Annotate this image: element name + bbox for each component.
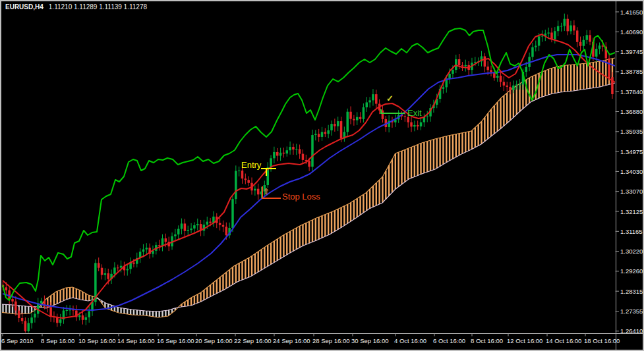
time-axis-label: 14 Oct 16:00 <box>546 337 581 344</box>
entry-annotation[interactable]: Entry <box>241 161 261 169</box>
price-axis-label: 1.38785 <box>620 68 643 75</box>
price-chart[interactable]: 1.416501.406901.397451.387851.378401.368… <box>1 1 643 350</box>
chart-window: 1.416501.406901.397451.387851.378401.368… <box>0 0 644 351</box>
price-axis-label: 1.33070 <box>620 188 643 195</box>
price-axis-label: 1.39745 <box>620 48 643 55</box>
price-axis-label: 1.34030 <box>620 168 643 175</box>
price-axis-label: 1.34975 <box>620 148 643 155</box>
price-axis-label: 1.37840 <box>620 88 643 95</box>
time-axis-label: 6 Oct 16:00 <box>433 337 465 344</box>
time-axis-label: 4 Oct 16:00 <box>394 337 426 344</box>
time-axis-label: 16 Sep 16:00 <box>157 337 194 344</box>
time-axis-label: 20 Sep 16:00 <box>195 337 233 344</box>
price-axis-label: 1.40690 <box>620 28 643 36</box>
entry-arrow-icon: ⇧ <box>263 188 270 196</box>
time-axis-label: 12 Oct 16:00 <box>507 337 542 344</box>
price-axis-label: 1.26410 <box>620 327 643 335</box>
price-axis-label: 1.36880 <box>620 108 643 115</box>
price-axis-label: 1.32125 <box>620 208 643 215</box>
time-axis-label: 22 Sep 16:00 <box>234 337 272 344</box>
time-axis-label: 6 Sep 2010 <box>1 337 34 344</box>
time-axis-label: 8 Oct 16:00 <box>471 337 503 344</box>
time-axis-label: 28 Sep 16:00 <box>312 337 350 344</box>
time-axis-label: 8 Sep 16:00 <box>41 337 74 344</box>
price-axis-label: 1.27355 <box>620 308 643 315</box>
trade-success-check-icon: ✓ <box>386 94 394 103</box>
time-axis-label: 10 Sep 16:00 <box>78 337 116 344</box>
time-axis-label: 14 Sep 16:00 <box>117 337 155 344</box>
price-axis-label: 1.41650 <box>620 9 643 16</box>
price-axis-label: 1.28315 <box>620 288 643 295</box>
price-axis-label: 1.31165 <box>620 228 643 235</box>
price-axis-label: 1.35935 <box>620 128 643 135</box>
time-axis-label: 18 Oct 16:00 <box>584 337 620 344</box>
price-axis-label: 1.29260 <box>620 267 643 275</box>
time-axis-label: 24 Sep 16:00 <box>273 337 310 344</box>
time-axis-label: 30 Sep 16:00 <box>351 337 389 344</box>
price-axis-label: 1.30220 <box>620 248 643 255</box>
exit-annotation[interactable]: Exit <box>407 109 422 117</box>
stop-loss-annotation[interactable]: Stop Loss <box>282 192 320 201</box>
